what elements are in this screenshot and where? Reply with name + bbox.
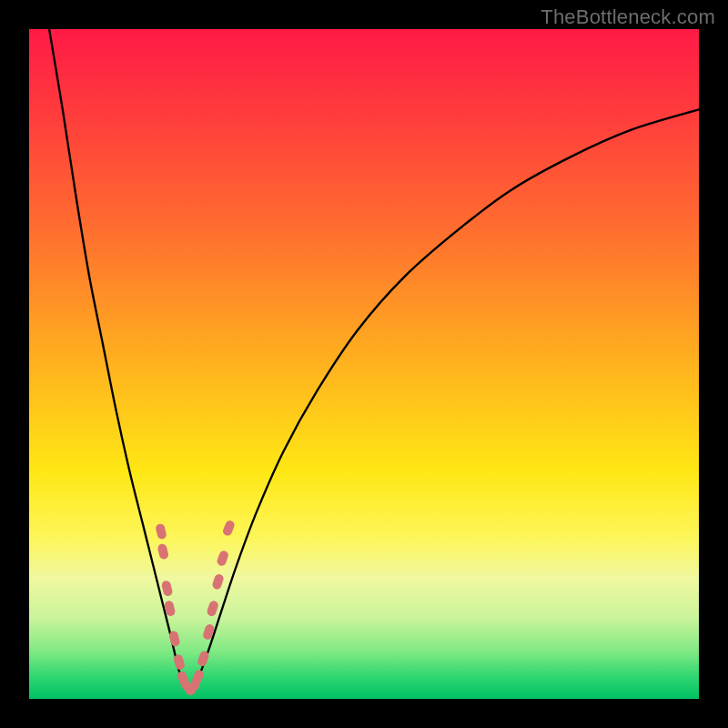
plot-area	[29, 29, 699, 699]
data-marker	[211, 573, 225, 591]
data-marker	[161, 580, 174, 597]
data-marker	[216, 550, 229, 567]
data-marker	[206, 600, 219, 617]
watermark-text: TheBottleneck.com	[541, 5, 715, 29]
data-marker	[155, 523, 167, 541]
outer-frame: TheBottleneck.com	[0, 0, 728, 728]
curves-layer	[29, 29, 699, 699]
right-branch-curve	[192, 109, 699, 692]
marker-group	[155, 520, 236, 697]
data-marker	[222, 520, 237, 537]
data-marker	[157, 543, 169, 561]
